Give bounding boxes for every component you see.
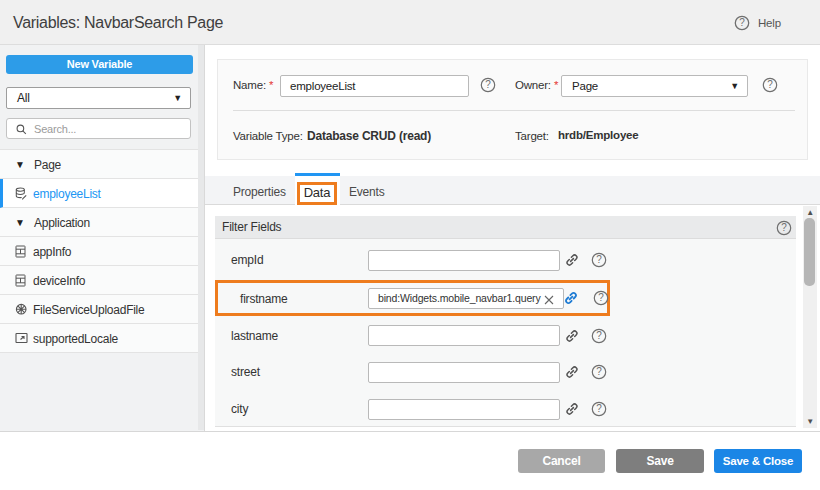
svg-text:?: ? [739, 17, 745, 28]
svg-text:?: ? [596, 254, 602, 265]
svg-text:?: ? [485, 79, 491, 90]
svg-text:?: ? [598, 292, 604, 303]
svg-text:?: ? [596, 330, 602, 341]
svg-text:?: ? [781, 222, 787, 233]
svg-text:?: ? [767, 79, 773, 90]
svg-text:?: ? [596, 366, 602, 377]
svg-text:?: ? [596, 403, 602, 414]
